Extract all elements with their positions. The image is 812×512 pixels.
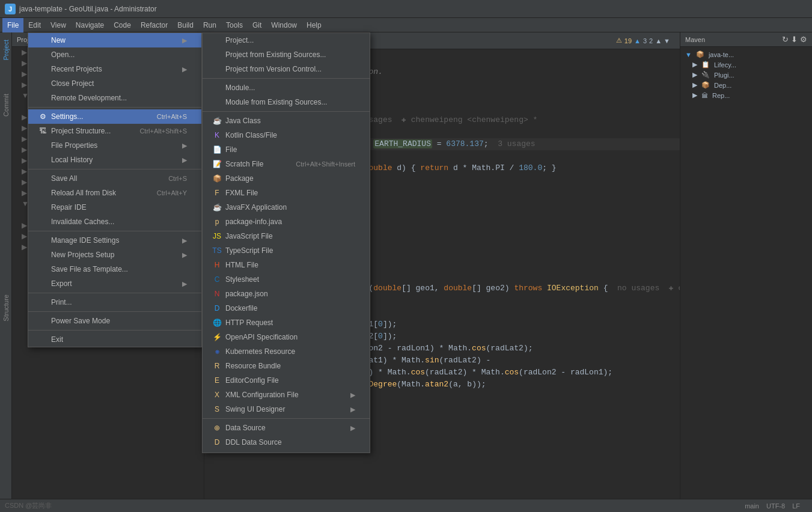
menu-tools[interactable]: Tools [221,18,248,32]
menu-item-recent-projects[interactable]: Recent Projects ▶ [28,62,201,76]
menu-item-open[interactable]: Open... [28,47,201,62]
javafx-icon: ☕ [212,203,222,212]
menu-window[interactable]: Window [266,18,302,32]
html-icon: H [212,260,222,270]
maven-settings-icon[interactable]: ⚙ [800,35,807,44]
right-panel: Maven ↻ ⬇ ⚙ ▼ 📦 java-te... ▶ 📋 Lifecy...… [680,32,812,512]
warning-count: 19 [624,37,632,44]
menu-item-file-props[interactable]: File Properties ▶ [28,138,201,153]
new-module-existing[interactable]: Module from Existing Sources... [203,95,370,109]
maven-item-lifecycle[interactable]: ▶ 📋 Lifecy... [683,59,810,70]
menu-item-new[interactable]: New ▶ [28,33,201,47]
new-package-json[interactable]: N package.json [203,287,370,301]
menu-item-new-projects-setup[interactable]: New Projects Setup ▶ [28,248,201,262]
maven-download-icon[interactable]: ⬇ [791,35,798,44]
new-package-info[interactable]: p package-info.java [203,215,370,229]
menu-run[interactable]: Run [198,18,221,32]
new-http-request[interactable]: 🌐 HTTP Request [203,315,370,330]
menu-item-close-project[interactable]: Close Project [28,76,201,91]
menu-item-export[interactable]: Export ▶ [28,276,201,291]
open-icon [38,50,47,59]
maven-item-plugins[interactable]: ▶ 🔌 Plugi... [683,70,810,80]
commit-tab[interactable]: Commit [1,89,11,121]
docker-icon: D [212,303,222,313]
menu-build[interactable]: Build [172,18,198,32]
new-swing-ui[interactable]: S Swing UI Designer ▶ [203,402,370,416]
menu-edit[interactable]: Edit [23,18,46,32]
new-xml-config[interactable]: X XML Configuration File ▶ [203,388,370,402]
menu-item-reload[interactable]: Reload All from Disk Ctrl+Alt+Y [28,186,201,200]
menu-item-local-history[interactable]: Local History ▶ [28,153,201,167]
menu-item-project-structure[interactable]: 🏗 Project Structure... Ctrl+Alt+Shift+S [28,124,201,138]
titlebar: J java-template - GeoUtil.java - Adminis… [0,0,812,18]
recent-icon [38,64,47,74]
menu-help[interactable]: Help [302,18,326,32]
sep5 [28,311,201,312]
window-title: java-template - GeoUtil.java - Administr… [19,5,157,13]
menu-refactor[interactable]: Refactor [136,18,172,32]
new-data-source-url[interactable]: U Data Source from URL [203,450,370,453]
maven-refresh-icon[interactable]: ↻ [782,35,789,44]
menu-item-remote-dev[interactable]: Remote Development... [28,91,201,105]
maven-item-repos[interactable]: ▶ 🏛 Rep... [683,90,810,100]
menu-item-power-save[interactable]: Power Save Mode [28,314,201,328]
menu-item-repair[interactable]: Repair IDE [28,200,201,215]
css-icon: C [212,275,222,284]
menu-item-save-all[interactable]: Save All Ctrl+S [28,171,201,186]
menu-item-save-as-template[interactable]: Save File as Template... [28,262,201,276]
new-js-file[interactable]: JS JavaScript File [203,229,370,243]
new-project[interactable]: Project... [203,33,370,47]
new-ts-file[interactable]: TS TypeScript File [203,243,370,258]
warning-icon: ⚠ [616,37,622,44]
project-tab[interactable]: Project [1,35,11,65]
new-javafx[interactable]: ☕ JavaFX Application [203,200,370,215]
menu-view[interactable]: View [46,18,71,32]
java-class-icon: ☕ [212,116,222,126]
menu-item-print[interactable]: Print... [28,295,201,309]
package-info-icon: p [212,217,222,227]
new-resource-bundle[interactable]: R Resource Bundle [203,359,370,373]
new-project-existing[interactable]: Project from Existing Sources... [203,47,370,62]
new-stylesheet[interactable]: C Stylesheet [203,272,370,287]
menu-file[interactable]: File [2,18,23,32]
swing-icon: S [212,404,222,414]
info-count: 2 [649,37,653,44]
menu-item-settings[interactable]: ⚙ Settings... Ctrl+Alt+S [28,109,201,124]
menu-item-invalidate[interactable]: Invalidate Caches... [28,215,201,229]
new-java-class[interactable]: ☕ Java Class [203,114,370,128]
maven-item-root[interactable]: ▼ 📦 java-te... [683,49,810,59]
menu-git[interactable]: Git [248,18,266,32]
datasource-url-icon: U [212,452,222,453]
app-icon: J [5,4,16,14]
menu-item-manage-settings[interactable]: Manage IDE Settings ▶ [28,233,201,248]
maven-item-deps[interactable]: ▶ 📦 Dep... [683,80,810,90]
new-icon [38,35,47,45]
editorconfig-icon: E [212,376,222,385]
new-project-vcs[interactable]: Project from Version Control... [203,62,370,76]
settings-shortcut: Ctrl+Alt+S [157,113,187,120]
sep1 [28,107,201,108]
new-dockerfile[interactable]: D Dockerfile [203,301,370,315]
new-arrow: ▶ [182,37,187,44]
fxml-icon: F [212,188,222,198]
new-openapi[interactable]: ⚡ OpenAPI Specification [203,330,370,344]
new-data-source[interactable]: ⊕ Data Source ▶ [203,421,370,435]
menu-navigate[interactable]: Navigate [71,18,109,32]
new-kotlin-class[interactable]: K Kotlin Class/File [203,128,370,142]
new-scratch-file[interactable]: 📝 Scratch File Ctrl+Alt+Shift+Insert [203,157,370,171]
menu-item-exit[interactable]: Exit [28,332,201,347]
new-module[interactable]: Module... [203,81,370,95]
sep6 [28,330,201,331]
warning-indicator: ⚠ 19 ▲ 3 2 ▲ ▼ [616,37,670,44]
structure-tab[interactable]: Structure [1,290,11,326]
new-html-file[interactable]: H HTML File [203,258,370,272]
menubar: File Edit View Navigate Code Refactor Bu… [0,18,812,32]
new-editorconfig[interactable]: E EditorConfig File [203,373,370,388]
menu-code[interactable]: Code [109,18,136,32]
new-k8s[interactable]: ⎈ Kubernetes Resource [203,344,370,359]
sep2 [28,169,201,169]
new-package[interactable]: 📦 Package [203,171,370,186]
new-fxml[interactable]: F FXML File [203,186,370,200]
new-file[interactable]: 📄 File [203,142,370,157]
new-ddl-source[interactable]: D DDL Data Source [203,435,370,450]
